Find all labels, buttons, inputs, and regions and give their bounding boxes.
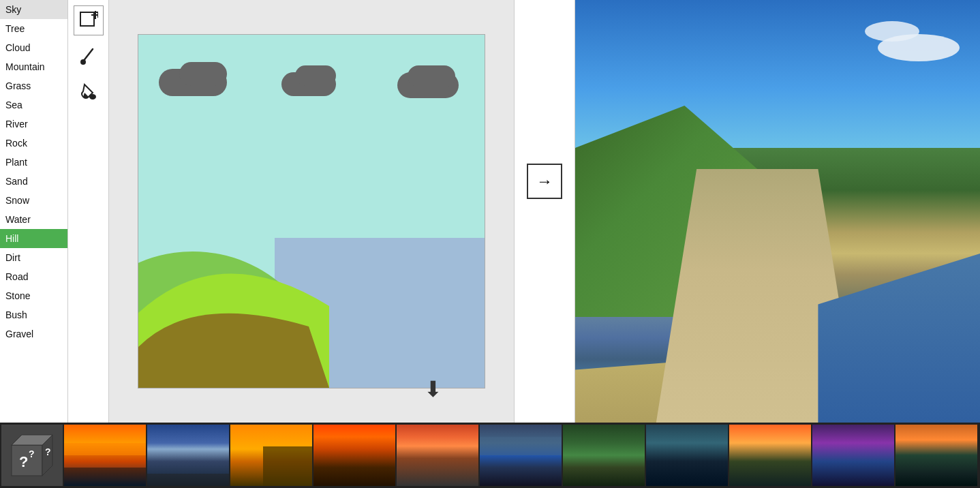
svg-point-6 <box>80 59 86 65</box>
question-cube-icon: ? ? ? <box>8 431 56 479</box>
label-hill[interactable]: Hill <box>0 229 67 248</box>
svg-point-7 <box>89 94 96 100</box>
tool-sidebar <box>68 0 109 423</box>
result-image <box>575 0 980 423</box>
canvas-area[interactable]: ⬇ <box>109 0 514 423</box>
label-sea[interactable]: Sea <box>0 95 67 115</box>
label-bush[interactable]: Bush <box>0 305 67 324</box>
result-area <box>575 0 980 423</box>
thumbnail-3[interactable] <box>230 425 312 486</box>
label-mountain[interactable]: Mountain <box>0 57 67 76</box>
svg-text:?: ? <box>45 446 51 457</box>
download-button[interactable]: ⬇ <box>424 376 442 402</box>
label-snow[interactable]: Snow <box>0 191 67 210</box>
main-area: Sky Tree Cloud Mountain Grass Sea River … <box>0 0 980 423</box>
label-water[interactable]: Water <box>0 210 67 229</box>
new-canvas-button[interactable] <box>74 5 104 35</box>
thumbnail-5[interactable] <box>397 425 478 486</box>
label-stone[interactable]: Stone <box>0 286 67 305</box>
generate-arrow-icon: → <box>536 172 553 191</box>
label-river[interactable]: River <box>0 115 67 134</box>
fill-button[interactable] <box>74 76 104 106</box>
thumbnail-7[interactable] <box>563 425 645 486</box>
middle-panel: → <box>514 0 575 423</box>
thumbnail-11[interactable] <box>895 425 977 486</box>
svg-text:?: ? <box>19 453 28 470</box>
thumbnail-6[interactable] <box>480 425 562 486</box>
label-plant[interactable]: Plant <box>0 153 67 172</box>
cloud-1b <box>179 62 227 86</box>
label-tree[interactable]: Tree <box>0 19 67 38</box>
fill-icon <box>79 82 98 101</box>
svg-line-5 <box>83 49 93 61</box>
new-canvas-icon <box>79 11 98 30</box>
thumbnail-strip: ? ? ? <box>0 423 980 488</box>
thumbnail-10[interactable] <box>812 425 894 486</box>
photo-cloud-2 <box>865 21 919 42</box>
label-sky[interactable]: Sky <box>0 0 67 19</box>
thumbnail-2[interactable] <box>147 425 229 486</box>
photo-water <box>818 254 980 423</box>
label-gravel[interactable]: Gravel <box>0 324 67 344</box>
label-cloud[interactable]: Cloud <box>0 38 67 57</box>
cloud-2b <box>295 65 336 86</box>
thumbnail-9[interactable] <box>729 425 811 486</box>
label-sand[interactable]: Sand <box>0 172 67 191</box>
label-grass[interactable]: Grass <box>0 76 67 95</box>
random-thumb-button[interactable]: ? ? ? <box>1 425 63 486</box>
hill-svg <box>138 156 350 388</box>
label-rock[interactable]: Rock <box>0 134 67 153</box>
drawing-canvas[interactable] <box>138 34 485 388</box>
label-dirt[interactable]: Dirt <box>0 248 67 267</box>
thumbnail-8[interactable] <box>646 425 728 486</box>
brush-button[interactable] <box>74 41 104 71</box>
svg-text:?: ? <box>29 448 35 459</box>
thumbnail-1[interactable] <box>64 425 146 486</box>
thumbnail-4[interactable] <box>313 425 395 486</box>
cloud-3b <box>408 65 455 87</box>
canvas-download-area: ⬇ <box>424 376 442 402</box>
brush-icon <box>79 46 98 65</box>
label-sidebar: Sky Tree Cloud Mountain Grass Sea River … <box>0 0 68 423</box>
label-road[interactable]: Road <box>0 267 67 286</box>
generate-button[interactable]: → <box>527 164 562 199</box>
